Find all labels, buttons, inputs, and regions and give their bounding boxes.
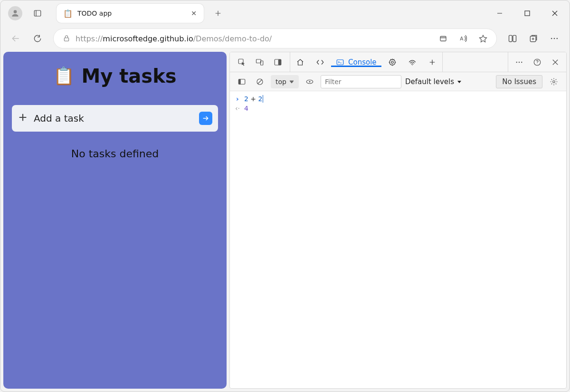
nav-back-button[interactable] (5, 29, 26, 48)
add-task-submit-button[interactable] (199, 112, 212, 125)
svg-rect-1 (34, 10, 41, 16)
svg-marker-56 (457, 81, 461, 83)
svg-point-0 (14, 10, 17, 13)
live-expression-button[interactable] (303, 75, 317, 88)
svg-rect-6 (525, 11, 530, 16)
tab-console-label: Console (348, 58, 377, 67)
new-tab-button[interactable] (209, 5, 227, 22)
lock-icon (61, 35, 72, 42)
webpage-viewport: 📋 My tasks No tasks defined (3, 52, 227, 389)
svg-rect-30 (278, 59, 281, 65)
url-text: https://microsoftedge.github.io/Demos/de… (76, 34, 272, 43)
app-available-icon[interactable] (434, 31, 453, 46)
clear-console-button[interactable] (253, 75, 267, 88)
svg-rect-27 (256, 59, 261, 63)
close-tab-button[interactable]: ✕ (189, 8, 199, 19)
clipboard-icon: 📋 (63, 9, 73, 18)
read-aloud-button[interactable]: A (454, 31, 473, 46)
add-task-form (12, 105, 218, 132)
tab-elements[interactable] (310, 58, 330, 67)
add-task-input[interactable] (34, 113, 193, 124)
svg-point-57 (553, 80, 555, 83)
svg-point-21 (554, 38, 555, 39)
input-chevron-icon: › (235, 95, 240, 103)
svg-rect-50 (238, 79, 241, 84)
tab-console[interactable]: Console (330, 58, 382, 67)
svg-point-46 (537, 64, 537, 64)
tab-actions-button[interactable] (29, 5, 46, 22)
dock-side-button[interactable] (269, 52, 287, 72)
output-chevron-icon: ‹· (235, 105, 240, 112)
svg-point-33 (390, 59, 395, 65)
window-minimize-button[interactable] (488, 5, 512, 22)
svg-text:A: A (460, 36, 464, 41)
devtools-more-button[interactable] (510, 52, 528, 72)
page-title: 📋 My tasks (53, 65, 176, 87)
svg-point-22 (557, 38, 558, 39)
inspect-element-button[interactable] (233, 52, 251, 72)
clipboard-icon: 📋 (53, 66, 75, 86)
tab-title: TODO app (77, 10, 184, 17)
console-input-line[interactable]: 2 + 2 (244, 95, 263, 103)
console-sidebar-toggle[interactable] (235, 75, 249, 88)
nav-refresh-button[interactable] (27, 29, 48, 48)
profile-avatar[interactable] (8, 6, 22, 20)
favorite-button[interactable] (474, 31, 493, 46)
collections-button[interactable] (523, 29, 544, 48)
svg-rect-15 (509, 35, 513, 41)
plus-icon (18, 112, 28, 124)
split-screen-button[interactable] (502, 29, 523, 48)
svg-rect-11 (440, 37, 446, 41)
svg-point-43 (519, 61, 520, 62)
log-levels-selector[interactable]: Default levels (405, 77, 462, 86)
tab-welcome[interactable] (290, 58, 310, 67)
device-emulation-button[interactable] (251, 52, 269, 72)
address-bar[interactable]: https://microsoftedge.github.io/Demos/de… (54, 29, 496, 48)
more-tabs-button[interactable] (422, 58, 442, 67)
tab-sources[interactable] (382, 58, 402, 67)
svg-point-39 (412, 65, 413, 66)
browser-tab[interactable]: 📋 TODO app ✕ (57, 4, 204, 23)
svg-point-55 (309, 81, 310, 82)
devtools-panel: Console top Default levels (229, 52, 567, 389)
console-settings-button[interactable] (546, 77, 561, 86)
console-output[interactable]: › 2 + 2 ‹· 4 (230, 91, 566, 388)
svg-rect-31 (337, 59, 343, 65)
devtools-close-button[interactable] (546, 52, 564, 72)
svg-point-34 (391, 61, 393, 63)
settings-more-button[interactable] (544, 29, 565, 48)
svg-point-20 (551, 38, 552, 39)
empty-state-text: No tasks defined (71, 148, 159, 160)
svg-line-52 (258, 79, 262, 84)
tab-network[interactable] (402, 58, 422, 67)
svg-point-42 (516, 61, 517, 62)
svg-point-44 (521, 61, 522, 62)
window-close-button[interactable] (543, 5, 567, 22)
devtools-help-button[interactable] (528, 52, 546, 72)
svg-marker-53 (290, 81, 294, 83)
execution-context-selector[interactable]: top (271, 75, 299, 88)
issues-button[interactable]: No Issues (496, 75, 542, 88)
svg-marker-14 (480, 35, 487, 42)
console-filter-input[interactable] (321, 75, 401, 88)
window-maximize-button[interactable] (515, 5, 539, 22)
svg-rect-10 (64, 38, 68, 41)
console-result: 4 (244, 105, 248, 112)
svg-rect-16 (513, 35, 516, 41)
